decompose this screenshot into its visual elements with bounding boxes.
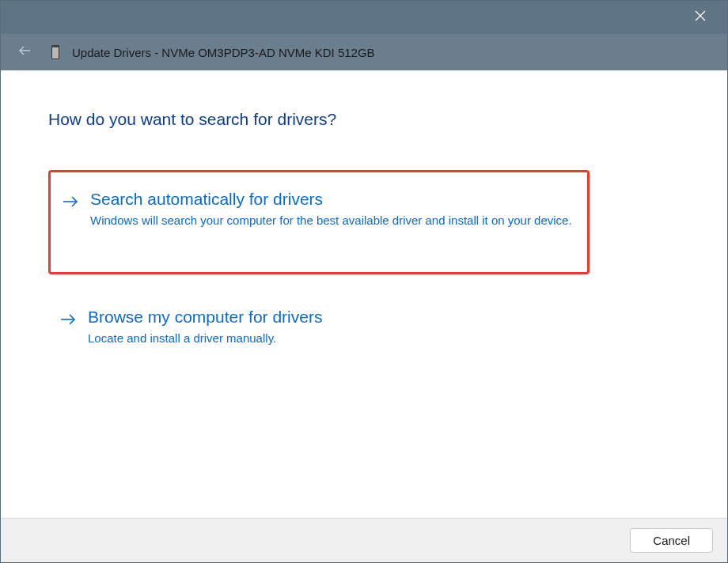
- option-description: Windows will search your computer for th…: [90, 212, 573, 229]
- page-heading: How do you want to search for drivers?: [48, 110, 680, 129]
- option-search-automatically[interactable]: Search automatically for drivers Windows…: [48, 170, 590, 274]
- titlebar-sub: Update Drivers - NVMe OM3PDP3-AD NVMe KD…: [1, 34, 727, 70]
- cancel-button[interactable]: Cancel: [630, 528, 713, 553]
- option-description: Locate and install a driver manually.: [88, 330, 578, 347]
- option-text: Search automatically for drivers Windows…: [90, 190, 573, 229]
- device-icon: [50, 44, 61, 60]
- window-title: Update Drivers - NVMe OM3PDP3-AD NVMe KD…: [72, 46, 375, 59]
- content-area: How do you want to search for drivers? S…: [1, 70, 727, 518]
- option-title: Browse my computer for drivers: [88, 308, 665, 327]
- option-text: Browse my computer for drivers Locate an…: [88, 308, 665, 347]
- titlebar: [1, 1, 727, 34]
- close-button[interactable]: [684, 2, 716, 33]
- arrow-right-icon: [62, 195, 79, 212]
- dialog-footer: Cancel: [1, 518, 727, 562]
- arrow-right-icon: [59, 312, 77, 330]
- update-drivers-dialog: Update Drivers - NVMe OM3PDP3-AD NVMe KD…: [0, 0, 728, 563]
- option-browse-computer[interactable]: Browse my computer for drivers Locate an…: [48, 298, 680, 376]
- back-button[interactable]: [15, 43, 34, 62]
- option-title: Search automatically for drivers: [90, 190, 573, 209]
- back-arrow-icon: [17, 43, 32, 61]
- close-icon: [695, 10, 706, 25]
